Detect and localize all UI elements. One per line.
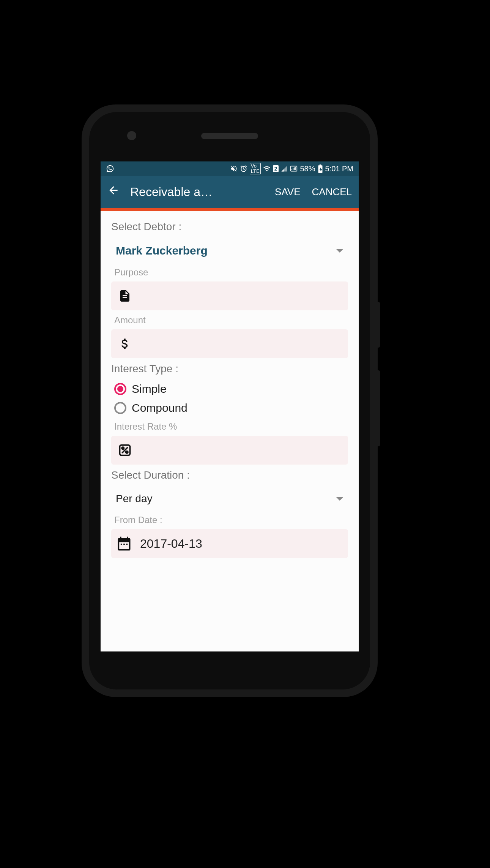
debtor-value: Mark Zuckerberg [116,244,208,257]
phone-frame: VoLTE 2 58% 5:01 PM Receivable a… SAVE [82,104,378,697]
accent-divider [101,208,359,211]
purpose-label: Purpose [114,267,348,278]
speaker-grille [201,133,258,139]
chevron-down-icon [336,249,343,253]
amount-label: Amount [114,315,348,326]
status-left [106,164,114,173]
radio-icon [114,383,126,395]
sim-icon: 2 [273,165,279,172]
battery-percent: 58% [300,164,315,173]
duration-dropdown[interactable]: Per day [111,486,348,512]
signal-icon-1 [281,165,288,172]
svg-point-3 [126,451,128,453]
from-date-label: From Date : [114,515,348,525]
amount-input[interactable] [111,329,348,358]
battery-icon [318,164,323,173]
interest-type-radio-group: Simple Compound [114,379,348,417]
from-date-picker[interactable]: 2017-04-13 [111,529,348,558]
signal-icon-2 [290,165,298,172]
volume-button [377,370,380,446]
from-date-value: 2017-04-13 [140,537,202,551]
power-button [377,302,380,348]
radio-icon [114,402,126,414]
front-camera [127,131,136,140]
page-title: Receivable a… [130,185,264,199]
status-bar: VoLTE 2 58% 5:01 PM [101,161,359,176]
radio-simple[interactable]: Simple [114,379,348,398]
app-bar: Receivable a… SAVE CANCEL [101,176,359,208]
interest-type-label: Interest Type : [111,363,348,375]
debtor-dropdown[interactable]: Mark Zuckerberg [111,237,348,264]
duration-value: Per day [116,493,153,505]
phone-inner: VoLTE 2 58% 5:01 PM Receivable a… SAVE [89,112,370,689]
interest-rate-label: Interest Rate % [114,421,348,432]
back-arrow-icon[interactable] [107,184,120,200]
select-debtor-label: Select Debtor : [111,221,348,233]
radio-simple-label: Simple [132,383,167,395]
whatsapp-icon [106,164,114,173]
alarm-icon [240,165,247,172]
calendar-icon [116,535,132,552]
status-right: VoLTE 2 58% 5:01 PM [230,163,353,175]
radio-compound[interactable]: Compound [114,398,348,417]
screen: VoLTE 2 58% 5:01 PM Receivable a… SAVE [101,161,359,651]
app-actions: SAVE CANCEL [275,186,352,198]
wifi-icon [263,165,271,172]
percent-icon [118,443,132,457]
radio-compound-label: Compound [132,402,187,414]
svg-point-2 [122,447,124,449]
mute-icon [230,165,238,172]
save-button[interactable]: SAVE [275,186,300,198]
select-duration-label: Select Duration : [111,469,348,481]
purpose-input[interactable] [111,281,348,310]
interest-rate-input[interactable] [111,436,348,465]
form-content: Select Debtor : Mark Zuckerberg Purpose … [101,211,359,651]
cancel-button[interactable]: CANCEL [312,186,352,198]
chevron-down-icon [336,497,343,501]
volte-icon: VoLTE [250,163,261,175]
document-icon [118,289,132,303]
status-time: 5:01 PM [325,164,353,173]
dollar-icon [118,337,132,351]
